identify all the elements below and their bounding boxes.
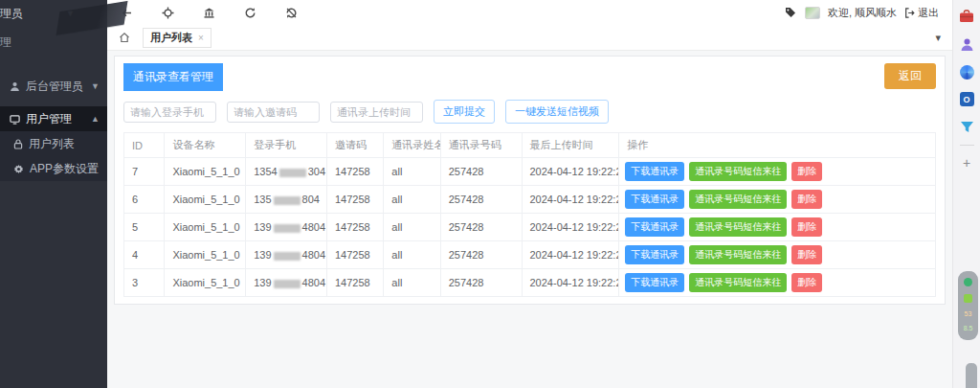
user-table: ID设备名称登录手机邀请码通讯录姓名通讯录号码最后上传时间操作 7 Xiaomi… <box>123 132 936 297</box>
phone-censored-blur <box>279 169 306 177</box>
delete-button[interactable]: 删除 <box>791 190 822 209</box>
status-dot-icon <box>964 278 972 286</box>
widget-value-1: 53 <box>965 310 972 317</box>
panel-title-tab[interactable]: 通讯录查看管理 <box>123 63 223 91</box>
cell-phone: 1394804 <box>246 241 327 269</box>
upload-time-input[interactable] <box>330 102 423 123</box>
download-contacts-button[interactable]: 下载通讯录 <box>625 245 684 264</box>
cell-contact-name: all <box>384 158 440 186</box>
phone-censored-blur <box>274 280 301 288</box>
person-extension-icon[interactable] <box>959 36 974 52</box>
cell-device: Xiaomi_5_1_0 <box>165 186 246 214</box>
back-button[interactable]: 返回 <box>884 63 936 89</box>
delete-button[interactable]: 删除 <box>791 217 822 237</box>
main-area: 欢迎, 顺风顺水 退出 用户列表 × ▾ 通讯录查看管理 返回 <box>107 0 952 388</box>
download-contacts-button[interactable]: 下载通讯录 <box>625 190 684 209</box>
sidebar-item-user-management[interactable]: 用户管理 ▲ <box>0 106 107 131</box>
column-header: 设备名称 <box>165 133 246 158</box>
tab-label: 用户列表 <box>150 31 192 45</box>
sms-history-button[interactable]: 通讯录号码短信来往 <box>689 245 787 264</box>
download-contacts-button[interactable]: 下载通讯录 <box>625 273 684 292</box>
add-extension-button[interactable]: + <box>963 156 970 170</box>
panel-grip[interactable] <box>966 363 977 388</box>
cell-id: 4 <box>124 241 165 269</box>
cell-invite-code: 147258 <box>326 241 383 269</box>
login-phone-input[interactable] <box>123 102 216 123</box>
browser-logo-extension-icon[interactable] <box>959 64 974 80</box>
blue-app-extension-icon[interactable]: O <box>960 92 974 106</box>
cell-device: Xiaomi_5_1_0 <box>165 269 246 297</box>
top-toolbar: 欢迎, 顺风顺水 退出 <box>107 0 952 26</box>
sidebar-item-admin[interactable]: 后台管理员 ▼ <box>0 74 107 99</box>
cell-contact-number: 257428 <box>440 214 522 241</box>
phone-suffix: 304 <box>308 166 325 177</box>
phone-suffix: 4804 <box>302 249 325 261</box>
cell-phone: 1394804 <box>246 214 327 241</box>
sidebar-group-label: 理 <box>0 25 107 60</box>
phone-prefix: 139 <box>254 221 271 233</box>
cell-actions: 下载通讯录 通讯录号码短信来往 删除 <box>619 269 936 297</box>
sidebar-user-label: 理员 <box>0 6 23 22</box>
cell-invite-code: 147258 <box>326 186 383 214</box>
invite-code-input[interactable] <box>227 102 320 123</box>
delete-button[interactable]: 删除 <box>791 273 822 292</box>
cell-actions: 下载通讯录 通讯录号码短信来往 删除 <box>619 214 936 241</box>
funnel-extension-icon[interactable] <box>959 119 974 134</box>
cell-device: Xiaomi_5_1_0 <box>165 214 246 241</box>
column-header: 通讯录号码 <box>440 133 522 158</box>
close-icon[interactable]: × <box>198 33 204 43</box>
delete-button[interactable]: 删除 <box>791 245 822 264</box>
sms-history-button[interactable]: 通讯录号码短信来往 <box>689 190 787 209</box>
sidebar-item-label: 后台管理员 <box>26 79 83 95</box>
cell-last-upload: 2024-04-12 19:22:26 <box>522 158 619 186</box>
sms-history-button[interactable]: 通讯录号码短信来往 <box>689 217 787 237</box>
cell-invite-code: 147258 <box>326 214 383 241</box>
sms-history-button[interactable]: 通讯录号码短信来往 <box>689 273 787 292</box>
download-contacts-button[interactable]: 下载通讯录 <box>625 217 684 237</box>
table-header-row: ID设备名称登录手机邀请码通讯录姓名通讯录号码最后上传时间操作 <box>124 133 936 158</box>
column-header: ID <box>124 133 165 158</box>
send-sms-video-button[interactable]: 一键发送短信视频 <box>505 100 609 124</box>
cell-contact-name: all <box>384 214 440 241</box>
cell-device: Xiaomi_5_1_0 <box>165 241 246 269</box>
submit-button[interactable]: 立即提交 <box>434 100 495 124</box>
status-square-icon <box>964 294 972 303</box>
table-row: 6 Xiaomi_5_1_0 135804 147258 all 257428 … <box>124 186 936 214</box>
cell-device: Xiaomi_5_1_0 <box>165 158 246 186</box>
filter-row: 立即提交 一键发送短信视频 <box>123 100 936 124</box>
cell-contact-name: all <box>384 186 440 214</box>
locate-icon[interactable] <box>162 7 174 19</box>
download-contacts-button[interactable]: 下载通讯录 <box>625 162 684 181</box>
sidebar-item-app-settings[interactable]: APP参数设置 <box>0 156 107 181</box>
cell-contact-number: 257428 <box>440 158 522 186</box>
floating-status-widget[interactable]: 53 8.5 <box>958 271 978 340</box>
toolbox-extension-icon[interactable] <box>959 9 974 24</box>
table-row: 3 Xiaomi_5_1_0 1394804 147258 all 257428… <box>124 269 936 297</box>
cell-contact-number: 257428 <box>440 186 522 214</box>
logout-icon <box>904 8 915 18</box>
cell-invite-code: 147258 <box>326 269 383 297</box>
cell-last-upload: 2024-04-12 19:22:26 <box>522 269 619 297</box>
refresh-icon[interactable] <box>244 7 256 19</box>
content-area: 通讯录查看管理 返回 立即提交 一键发送短信视频 ID设备名称登录手机邀请码通讯… <box>107 51 952 388</box>
home-icon[interactable] <box>119 32 131 44</box>
logout-label: 退出 <box>918 6 939 20</box>
sms-history-button[interactable]: 通讯录号码短信来往 <box>689 162 787 181</box>
cell-id: 6 <box>124 186 165 214</box>
phone-prefix: 139 <box>254 249 271 261</box>
clear-cache-icon[interactable] <box>285 7 298 19</box>
caret-down-icon: ▼ <box>91 81 100 91</box>
cell-id: 3 <box>124 269 165 297</box>
cell-phone: 1354304 <box>246 158 327 186</box>
cell-contact-name: all <box>384 241 440 269</box>
table-row: 5 Xiaomi_5_1_0 1394804 147258 all 257428… <box>124 214 936 241</box>
bank-icon[interactable] <box>203 7 215 19</box>
tag-icon[interactable] <box>785 7 797 19</box>
delete-button[interactable]: 删除 <box>791 162 822 181</box>
table-body: 7 Xiaomi_5_1_0 1354304 147258 all 257428… <box>124 158 936 297</box>
chevron-down-icon[interactable]: ▾ <box>935 32 941 44</box>
widget-value-2: 8.5 <box>964 325 973 331</box>
tab-user-list[interactable]: 用户列表 × <box>143 28 212 48</box>
logout-button[interactable]: 退出 <box>904 6 939 20</box>
sidebar-item-user-list[interactable]: 用户列表 <box>0 131 107 156</box>
